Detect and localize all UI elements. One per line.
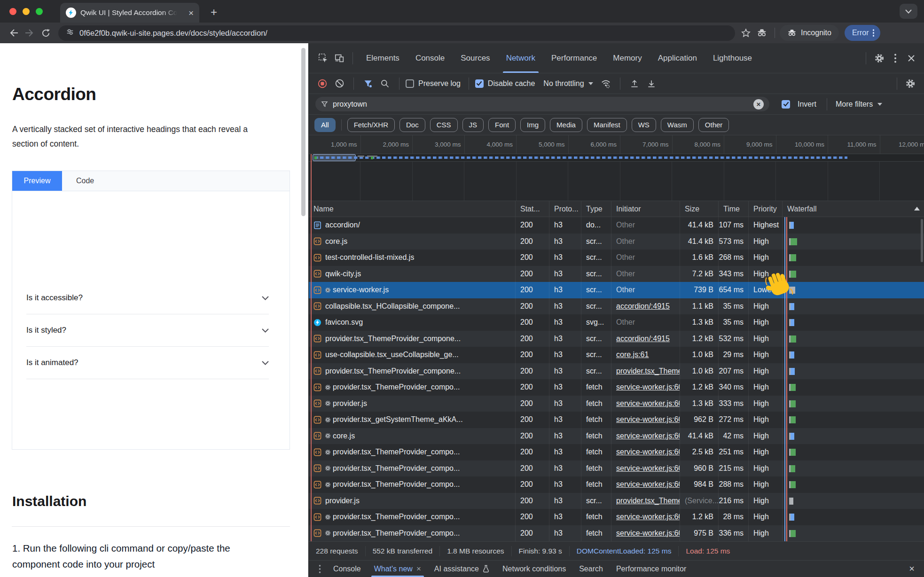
table-row-provider-tsx-themeprovider-compo-16[interactable]: provider.tsx_ThemeProvider_compo...200h3…: [309, 476, 924, 493]
tab-search-button[interactable]: [900, 4, 917, 19]
devtools-tab-performance[interactable]: Performance: [543, 43, 605, 73]
table-row-provider-tsx-themeprovider-compone-9[interactable]: provider.tsx_ThemeProvider_compone...200…: [309, 363, 924, 380]
table-row-provider-tsx-themeprovider-compo-15[interactable]: provider.tsx_ThemeProvider_compo...200h3…: [309, 460, 924, 477]
request-name[interactable]: test-controlled-list-mixed.js: [309, 250, 516, 266]
clear-filter-icon[interactable]: ×: [753, 99, 764, 109]
import-har-icon[interactable]: [626, 76, 642, 92]
filter-chip-all[interactable]: All: [314, 118, 336, 132]
request-initiator[interactable]: service-worker.js:60: [611, 428, 680, 444]
request-initiator[interactable]: service-worker.js:60: [611, 379, 680, 396]
request-initiator[interactable]: service-worker.js:60: [611, 460, 680, 477]
tab-code[interactable]: Code: [62, 171, 108, 191]
macos-traffic-lights[interactable]: [9, 8, 43, 15]
close-devtools-icon[interactable]: [903, 50, 919, 66]
drawer-tab-search[interactable]: Search: [572, 561, 610, 577]
overview-grid[interactable]: [309, 162, 924, 201]
sort-ascending-icon[interactable]: [914, 207, 920, 211]
column-header-priority[interactable]: Priority: [749, 201, 783, 217]
filter-input[interactable]: proxytown ×: [315, 97, 769, 111]
devtools-tab-lighthouse[interactable]: Lighthouse: [705, 43, 760, 73]
request-initiator[interactable]: provider.tsx_ThemeP: [611, 363, 680, 380]
filter-chip-doc[interactable]: Doc: [399, 118, 425, 132]
filter-chip-manifest[interactable]: Manifest: [587, 118, 627, 132]
filter-chip-media[interactable]: Media: [550, 118, 582, 132]
table-row-test-controlled-list-mixed-js-2[interactable]: test-controlled-list-mixed.js200h3scr...…: [309, 250, 924, 266]
request-name[interactable]: qwik-city.js: [309, 266, 516, 282]
filter-chip-img[interactable]: Img: [520, 118, 545, 132]
request-name[interactable]: core.js: [309, 234, 516, 250]
filter-chip-other[interactable]: Other: [698, 118, 729, 132]
column-header-stat[interactable]: Stat...: [516, 201, 549, 217]
table-row-provider-tsx-themeprovider-compo-18[interactable]: provider.tsx_ThemeProvider_compo...200h3…: [309, 509, 924, 525]
request-name[interactable]: service-worker.js: [309, 282, 516, 298]
request-name[interactable]: provider.tsx_ThemeProvider_compo...: [309, 460, 516, 477]
filter-chip-css[interactable]: CSS: [430, 118, 458, 132]
export-har-icon[interactable]: [643, 76, 659, 92]
devtools-tab-elements[interactable]: Elements: [358, 43, 407, 73]
table-row-qwik-city-js-3[interactable]: qwik-city.js200h3scr...Other7.2 kB343 ms…: [309, 266, 924, 282]
request-name[interactable]: accordion/: [309, 217, 516, 234]
record-network-log-icon[interactable]: [314, 76, 330, 92]
request-initiator[interactable]: service-worker.js:60: [611, 476, 680, 493]
table-row-favicon-svg-6[interactable]: favicon.svg200h3svg...Other1.3 kB35 msHi…: [309, 314, 924, 331]
clear-network-log-icon[interactable]: [331, 76, 347, 92]
url-input[interactable]: 0f6e2f0b.qwik-ui-site.pages.dev/docs/sty…: [58, 25, 735, 41]
column-header-time[interactable]: Time: [719, 201, 749, 217]
tab-preview[interactable]: Preview: [12, 171, 62, 191]
table-row-provider-tsx-themeprovider-compo-10[interactable]: provider.tsx_ThemeProvider_compo...200h3…: [309, 379, 924, 396]
network-overview-band[interactable]: [309, 154, 924, 162]
settings-gear-icon[interactable]: [871, 50, 887, 66]
table-row-service-worker-js-4[interactable]: service-worker.js200h3scr...Other739 B65…: [309, 282, 924, 298]
request-name[interactable]: provider.js: [309, 493, 516, 509]
table-row-provider-tsx-themeprovider-compone-7[interactable]: provider.tsx_ThemeProvider_compone...200…: [309, 331, 924, 347]
request-initiator[interactable]: service-worker.js:60: [611, 412, 680, 428]
back-button[interactable]: [6, 25, 22, 41]
devtools-tab-console[interactable]: Console: [407, 43, 453, 73]
minimize-window-button[interactable]: [23, 8, 30, 15]
drawer-tab-performance-monitor[interactable]: Performance monitor: [610, 561, 693, 577]
filter-chip-fetch-xhr[interactable]: Fetch/XHR: [347, 118, 395, 132]
devtools-tab-memory[interactable]: Memory: [605, 43, 650, 73]
table-row-provider-js-11[interactable]: provider.js200h3fetchservice-worker.js:6…: [309, 396, 924, 412]
filter-icon[interactable]: [360, 76, 376, 92]
request-initiator[interactable]: service-worker.js:60: [611, 396, 680, 412]
filter-chip-wasm[interactable]: Wasm: [661, 118, 694, 132]
more-filters-button[interactable]: More filters: [836, 100, 882, 109]
bookmark-star-icon[interactable]: [738, 25, 754, 41]
table-row-provider-js-17[interactable]: provider.js200h3scr...provider.tsx_Theme…: [309, 493, 924, 509]
device-toolbar-icon[interactable]: [331, 50, 347, 66]
invert-checkbox[interactable]: [782, 100, 790, 109]
maximize-window-button[interactable]: [36, 8, 43, 15]
search-icon[interactable]: [377, 76, 393, 92]
forward-button[interactable]: [22, 25, 38, 41]
network-settings-gear-icon[interactable]: [902, 76, 918, 92]
accordion-item-is-it-styled[interactable]: Is it styled?: [26, 314, 269, 347]
close-drawer-icon[interactable]: ×: [909, 563, 918, 574]
error-profile-button[interactable]: Error: [845, 25, 880, 41]
reload-button[interactable]: [38, 25, 54, 41]
request-name[interactable]: provider.tsx_ThemeProvider_compo...: [309, 379, 516, 396]
table-row-core-js-1[interactable]: core.js200h3scr...Other41.4 kB573 msHigh: [309, 234, 924, 250]
request-name[interactable]: favicon.svg: [309, 314, 516, 331]
request-initiator[interactable]: service-worker.js:60: [611, 525, 680, 542]
request-name[interactable]: core.js: [309, 428, 516, 444]
request-name[interactable]: provider.tsx_getSystemTheme_aKkA...: [309, 412, 516, 428]
filter-chip-ws[interactable]: WS: [632, 118, 656, 132]
request-initiator[interactable]: service-worker.js:60: [611, 444, 680, 460]
request-initiator[interactable]: service-worker.js:60: [611, 509, 680, 525]
page-scrollbar[interactable]: [301, 48, 305, 216]
table-row-provider-tsx-themeprovider-compo-14[interactable]: provider.tsx_ThemeProvider_compo...200h3…: [309, 444, 924, 460]
request-initiator[interactable]: accordion/:4915: [611, 331, 680, 347]
column-header-waterfall[interactable]: Waterfall: [783, 201, 924, 217]
browser-tab[interactable]: Qwik UI | Styled Accordion Co ×: [60, 3, 199, 23]
request-name[interactable]: provider.tsx_ThemeProvider_compone...: [309, 331, 516, 347]
filter-chip-font[interactable]: Font: [488, 118, 516, 132]
request-name[interactable]: collapsible.tsx_HCollapsible_compone...: [309, 298, 516, 315]
table-row-core-js-13[interactable]: core.js200h3fetchservice-worker.js:6041.…: [309, 428, 924, 444]
request-name[interactable]: provider.tsx_ThemeProvider_compo...: [309, 525, 516, 542]
devtools-tab-application[interactable]: Application: [650, 43, 705, 73]
drawer-tab-console[interactable]: Console: [327, 561, 368, 577]
table-row-accordion-0[interactable]: accordion/200h3do...Other41.4 kB107 msHi…: [309, 217, 924, 234]
extension-incognito-icon[interactable]: [754, 25, 770, 41]
close-tab-icon[interactable]: ×: [416, 564, 421, 574]
